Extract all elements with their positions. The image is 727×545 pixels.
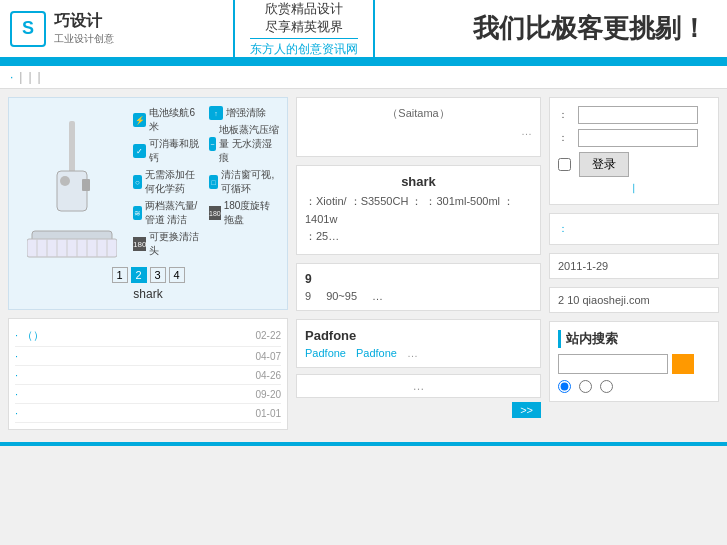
- page-2[interactable]: 2: [131, 267, 147, 283]
- recent-articles: ·（） 02-22 · 04-07 · 04-26 · 09-20 · 01-0…: [8, 318, 288, 430]
- feature-icon-1: ⚡: [133, 113, 146, 127]
- nav-sep-1: |: [19, 70, 22, 84]
- feature-r3: □ 清洁窗可视, 可循环: [209, 168, 279, 196]
- feature-icon-r2: ~: [209, 137, 216, 151]
- search-title: 站内搜索: [558, 330, 710, 348]
- bullet-3: ·: [15, 369, 18, 381]
- list-item: · 04-26: [15, 366, 281, 385]
- product-features-left: ⚡ 电池续航6米 ✓ 可消毒和脱钙 ○ 无需添加任何化学药 ≋ 两档蒸汽量/管道…: [133, 106, 203, 261]
- nav-sep-3: |: [38, 70, 41, 84]
- shark-section: shark ：Xiotin/ ：S3550CH ： ：301ml-500ml ：…: [296, 165, 541, 255]
- search-radio-group: [558, 380, 710, 393]
- more-section: …: [296, 374, 541, 398]
- saitama-section: （Saitama） …: [296, 97, 541, 157]
- search-button[interactable]: [672, 354, 694, 374]
- product-features-right: ↑ 增强清除 ~ 地板蒸汽压缩量 无水渍湿痕 □ 清洁窗可视, 可循环 180 …: [209, 106, 279, 261]
- bullet-2: ·: [15, 350, 18, 362]
- nav-dot-1: ·: [10, 70, 13, 84]
- page-4[interactable]: 4: [169, 267, 185, 283]
- mop-svg: [27, 121, 117, 261]
- radio-item-2: [579, 380, 592, 393]
- feature-icon-r4: 180: [209, 206, 221, 220]
- page-3[interactable]: 3: [150, 267, 166, 283]
- right-stats: 2 10 qiaosheji.com: [549, 287, 719, 313]
- radio-item-1: [558, 380, 571, 393]
- logo-name: 巧设计: [54, 11, 114, 32]
- login-link: 丨: [558, 182, 710, 196]
- left-column: ⚡ 电池续航6米 ✓ 可消毒和脱钙 ○ 无需添加任何化学药 ≋ 两档蒸汽量/管道…: [8, 97, 288, 430]
- logo-subtitle: 工业设计创意: [54, 32, 114, 46]
- feature-icon-r3: □: [209, 175, 218, 189]
- password-input[interactable]: [578, 129, 698, 147]
- arrow-area: >>: [296, 402, 541, 418]
- login-button[interactable]: 登录: [579, 152, 629, 177]
- product-pagination: 1 2 3 4: [17, 267, 279, 283]
- remember-checkbox[interactable]: [558, 158, 571, 171]
- username-input[interactable]: [578, 106, 698, 124]
- saitama-name: （Saitama）: [305, 106, 532, 121]
- nav-line2: 尽享精英视界: [250, 18, 358, 36]
- rank-section: 9 9 90~95 …: [296, 263, 541, 311]
- product-image: [17, 106, 127, 261]
- remember-row: 登录: [558, 152, 710, 177]
- password-field: ：: [558, 129, 710, 147]
- bullet-1: ·: [15, 329, 18, 341]
- shark-specs: ：Xiotin/ ：S3550CH ： ：301ml-500ml ：1401w …: [305, 193, 532, 246]
- search-box: 站内搜索: [549, 321, 719, 402]
- feature-1: ⚡ 电池续航6米: [133, 106, 203, 134]
- svg-rect-1: [57, 171, 87, 211]
- info-dot-link: ：: [558, 222, 710, 236]
- radio-option3[interactable]: [600, 380, 613, 393]
- header-slogan: 我们比极客更挑剔！: [439, 11, 718, 46]
- svg-rect-5: [27, 239, 117, 257]
- feature-icon-2: ✓: [133, 144, 146, 158]
- logo-area: S 巧设计 工业设计创意: [10, 11, 170, 47]
- padfone-section: Padfone Padfone Padfone …: [296, 319, 541, 368]
- header: S 巧设计 工业设计创意 欣赏精品设计 尽享精英视界 东方人的创意资讯网 我们比…: [0, 0, 727, 60]
- padfone-title: Padfone: [305, 328, 532, 343]
- rank-number: 9: [305, 272, 532, 286]
- nav-line3: 东方人的创意资讯网: [250, 38, 358, 58]
- list-item: · 04-07: [15, 347, 281, 366]
- feature-r4: 180 180度旋转拖盘: [209, 199, 279, 227]
- logo-icon: S: [10, 11, 46, 47]
- svg-point-2: [60, 176, 70, 186]
- bullet-5: ·: [15, 407, 18, 419]
- right-info: ：: [549, 213, 719, 245]
- search-input[interactable]: [558, 354, 668, 374]
- username-label: ：: [558, 108, 578, 122]
- bottom-blue-bar: [0, 442, 727, 446]
- right-column: ： ： 登录 丨 ： 2011-1-29: [549, 97, 719, 430]
- search-row: [558, 354, 710, 374]
- nav-bar: · | | |: [0, 66, 727, 89]
- feature-r2: ~ 地板蒸汽压缩量 无水渍湿痕: [209, 123, 279, 165]
- mop-illustration: [27, 121, 117, 261]
- feature-icon-5: 180: [133, 237, 146, 251]
- nav-box: 欣赏精品设计 尽享精英视界 东方人的创意资讯网: [233, 0, 375, 65]
- list-item: · 09-20: [15, 385, 281, 404]
- feature-icon-4: ≋: [133, 206, 142, 220]
- radio-item-3: [600, 380, 613, 393]
- middle-column: （Saitama） … shark ：Xiotin/ ：S3550CH ： ：3…: [296, 97, 541, 430]
- rank-row: 9 90~95 …: [305, 290, 532, 302]
- padfone-row: Padfone Padfone …: [305, 347, 532, 359]
- list-item: · 01-01: [15, 404, 281, 423]
- radio-all[interactable]: [558, 380, 571, 393]
- page-1[interactable]: 1: [112, 267, 128, 283]
- right-date: 2011-1-29: [549, 253, 719, 279]
- nav-dots: · | | |: [10, 70, 41, 84]
- arrow-button[interactable]: >>: [512, 402, 541, 418]
- radio-option2[interactable]: [579, 380, 592, 393]
- shark-brand: shark: [305, 174, 532, 189]
- nav-line1: 欣赏精品设计: [250, 0, 358, 18]
- svg-rect-3: [82, 179, 90, 191]
- bullet-4: ·: [15, 388, 18, 400]
- main-content: ⚡ 电池续航6米 ✓ 可消毒和脱钙 ○ 无需添加任何化学药 ≋ 两档蒸汽量/管道…: [0, 89, 727, 438]
- feature-icon-r1: ↑: [209, 106, 223, 120]
- product-label: shark: [17, 287, 279, 301]
- feature-2: ✓ 可消毒和脱钙: [133, 137, 203, 165]
- product-image-area: ⚡ 电池续航6米 ✓ 可消毒和脱钙 ○ 无需添加任何化学药 ≋ 两档蒸汽量/管道…: [17, 106, 279, 261]
- nav-sep-2: |: [28, 70, 31, 84]
- saitama-dots: …: [305, 125, 532, 137]
- feature-r1: ↑ 增强清除: [209, 106, 279, 120]
